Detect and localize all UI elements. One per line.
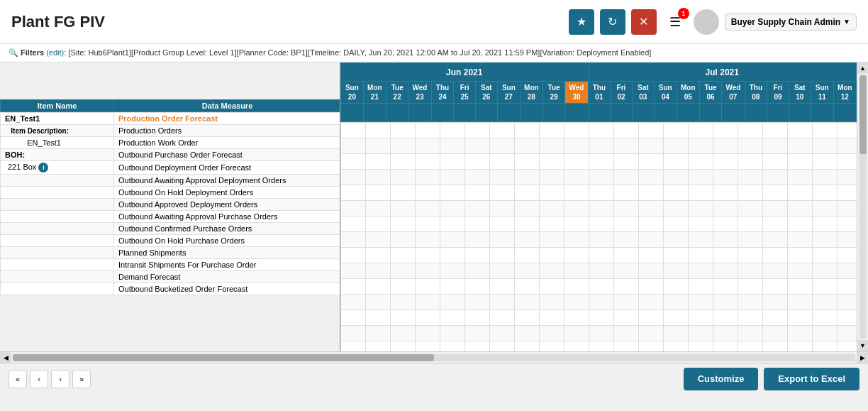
data-cell	[788, 123, 813, 138]
data-cell	[465, 154, 490, 170]
data-cell	[589, 185, 614, 201]
data-cell	[763, 279, 788, 295]
data-cell	[391, 138, 416, 154]
data-cell	[391, 310, 416, 326]
data-cell	[788, 341, 813, 352]
refresh-button[interactable]: ↻	[600, 9, 625, 35]
table-inner: Item Name Data Measure EN_Test1Productio…	[0, 62, 868, 363]
boh-value: 221 Box	[5, 163, 38, 171]
scroll-right-button[interactable]: ▶	[857, 352, 868, 363]
table-row	[341, 279, 857, 295]
data-cell	[564, 310, 589, 326]
data-cell	[490, 279, 515, 295]
vertical-scrollbar[interactable]: ▲ ▼	[857, 62, 868, 351]
data-cell	[664, 170, 689, 185]
data-cell	[465, 295, 490, 310]
data-cell	[788, 170, 813, 185]
data-cell	[713, 310, 738, 326]
data-cell	[614, 232, 639, 248]
data-cell	[515, 154, 540, 170]
left-body-table: EN_Test1Production Order Forecast Item D…	[0, 112, 340, 295]
nav-next-button[interactable]: ›	[51, 370, 69, 388]
data-cell	[614, 123, 639, 138]
data-cell	[589, 232, 614, 248]
data-cell	[465, 263, 490, 279]
col-header-spacer	[632, 104, 654, 122]
data-cell	[689, 279, 713, 295]
data-cell	[341, 154, 366, 170]
data-cell	[713, 123, 738, 138]
data-cell	[664, 279, 689, 295]
col-header-spacer	[677, 104, 699, 122]
nav-first-button[interactable]: «	[9, 370, 27, 388]
data-cell	[564, 248, 589, 263]
day-header-02: Fri02	[611, 82, 633, 104]
data-cell	[788, 154, 813, 170]
day-header-26: Sat26	[475, 82, 497, 104]
customize-button[interactable]: Customize	[684, 368, 759, 390]
data-cell	[515, 263, 540, 279]
data-cell	[738, 154, 763, 170]
data-cell	[738, 326, 763, 341]
info-icon[interactable]: i	[38, 163, 48, 172]
data-cell	[813, 123, 838, 138]
data-cell	[589, 154, 614, 170]
star-button[interactable]: ★	[569, 9, 594, 35]
user-dropdown[interactable]: Buyer Supply Chain Admin ▼	[725, 13, 857, 31]
col-header-spacer	[386, 104, 408, 122]
data-measure-cell: Production Order Forecast	[118, 114, 218, 123]
data-cell	[664, 310, 689, 326]
day-header-25: Fri25	[454, 82, 476, 104]
filter-edit-link[interactable]: (edit)	[46, 48, 64, 57]
table-row: Outbound Confirmed Purchase Orders	[1, 222, 340, 234]
day-header-30: Wed30	[565, 82, 588, 104]
data-cell	[713, 248, 738, 263]
data-cell	[416, 232, 440, 248]
refresh-icon: ↻	[608, 15, 617, 28]
data-measure-cell: Outbound Approved Deployment Orders	[118, 200, 257, 209]
data-cell	[564, 170, 589, 185]
scroll-up-button[interactable]: ▲	[857, 62, 869, 74]
data-cell	[614, 279, 639, 295]
data-cell	[416, 185, 440, 201]
data-cell	[465, 341, 490, 352]
data-cell	[589, 310, 614, 326]
data-cell	[564, 154, 589, 170]
data-cell	[788, 295, 813, 310]
table-row: Demand Forecast	[1, 270, 340, 283]
nav-last-button[interactable]: »	[72, 370, 91, 388]
data-cell	[564, 185, 589, 201]
data-cell	[639, 217, 664, 232]
data-cell	[440, 279, 465, 295]
data-cell	[788, 248, 813, 263]
data-cell	[440, 170, 465, 185]
scroll-down-button[interactable]: ▼	[857, 340, 869, 351]
menu-button[interactable]: ☰ 1	[662, 9, 688, 35]
nav-next-icon: ›	[59, 375, 62, 383]
data-cell	[639, 170, 664, 185]
nav-prev-button[interactable]: ‹	[30, 370, 48, 388]
close-button[interactable]: ✕	[631, 9, 657, 35]
table-row: Intransit Shipments For Purchase Order	[1, 258, 340, 270]
item-description-label: Item Description:	[5, 127, 69, 135]
data-cell	[614, 217, 639, 232]
data-cell	[713, 295, 738, 310]
data-cell	[515, 170, 540, 185]
data-cell	[763, 185, 788, 201]
data-cell	[788, 201, 813, 217]
data-cell	[813, 326, 838, 341]
table-row	[341, 295, 857, 310]
data-cell	[713, 263, 738, 279]
table-row	[341, 154, 857, 170]
data-cell	[490, 248, 515, 263]
data-cell	[639, 201, 664, 217]
data-cell	[763, 138, 788, 154]
export-button[interactable]: Export to Excel	[764, 368, 859, 390]
data-cell	[391, 154, 416, 170]
data-cell	[366, 248, 391, 263]
data-cell	[639, 185, 664, 201]
scroll-left-button[interactable]: ◀	[0, 352, 11, 363]
data-cell	[813, 248, 838, 263]
data-cell	[564, 138, 589, 154]
horizontal-scrollbar[interactable]: ◀ ▶	[0, 351, 868, 363]
